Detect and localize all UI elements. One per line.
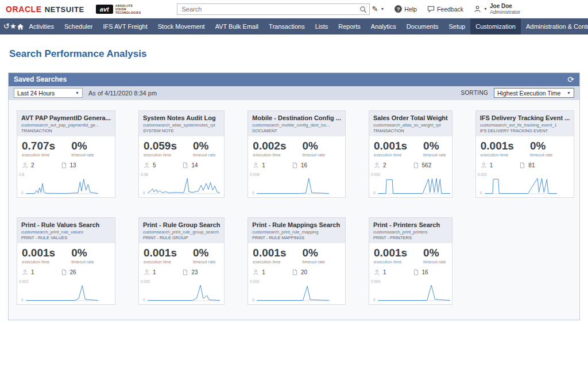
document-icon [61, 269, 67, 275]
nav-item[interactable]: IFS AVT Freight [98, 18, 153, 34]
users-stat: 1 [144, 269, 156, 275]
chevron-down-icon: ▼ [380, 7, 384, 11]
timeout-rate-value: 0% [423, 247, 446, 259]
user-role: Administrator [490, 9, 520, 15]
oracle-netsuite-logo: ORACLE NETSUITE [6, 5, 84, 14]
saved-search-card[interactable]: AVT PAP PaymentID Genera... customsearch… [17, 110, 115, 198]
feedback-button[interactable]: Feedback [427, 5, 463, 13]
help-button[interactable]: ? Help [394, 5, 417, 13]
saved-search-card[interactable]: Print - Printers Search customsearch_pri… [369, 217, 452, 305]
execution-time-metric: 0.001s execution time [253, 247, 286, 264]
sparkline: 0.8 0 [17, 170, 115, 197]
saved-search-card[interactable]: Sales Order Total Weight customsearch_at… [369, 110, 452, 198]
home-icon[interactable] [17, 18, 24, 34]
execution-time-label: execution time [374, 152, 407, 158]
search-input[interactable] [177, 3, 370, 15]
search-script-id: customsearch_print_printers [373, 229, 448, 235]
y-axis-min-label: 0 [252, 191, 254, 195]
record-type: PRINT - RULE GROUP [143, 235, 220, 240]
users-stat: 2 [22, 162, 34, 168]
saved-search-card[interactable]: System Notes Audit Log customsearch_atla… [138, 110, 225, 198]
record-type: DOCUMENT [252, 128, 341, 133]
nav-item[interactable]: Transactions [264, 18, 310, 34]
users-count: 1 [262, 162, 265, 168]
record-type: PRINT - RULE MAPPINGS [252, 235, 341, 240]
timeout-rate-label: timeout rate [71, 152, 94, 158]
person-icon [481, 162, 487, 168]
panel-title: Saved Searches [14, 75, 67, 83]
saved-search-card[interactable]: Mobile - Destination Config ... customse… [247, 110, 346, 198]
feedback-label: Feedback [437, 6, 463, 13]
execution-time-label: execution time [481, 152, 514, 158]
record-type: TRANSACTION [21, 128, 111, 133]
stats-row: 2 13 [17, 159, 115, 170]
nav-item[interactable]: Setup [443, 18, 470, 34]
nav-item[interactable]: Stock Movement [153, 18, 210, 34]
timeout-rate-metric: 0% timeout rate [193, 140, 216, 158]
execution-time-value: 0.001s [144, 247, 177, 259]
top-actions: ✎ ▼ ? Help Feedback ▼ Joe Doe Administra… [372, 3, 520, 15]
usage-count: 26 [70, 269, 76, 275]
nav-item[interactable]: Administration & Controls [521, 18, 588, 34]
stats-row: 1 16 [369, 266, 452, 277]
usage-count: 16 [422, 269, 428, 275]
global-search [177, 3, 370, 15]
sparkline: 0.004 0 [369, 277, 452, 304]
sparkline-chart [26, 282, 98, 301]
person-icon [374, 162, 380, 168]
nav-item[interactable]: Lists [310, 18, 334, 34]
shortcuts-star-icon[interactable]: ★ [10, 18, 17, 34]
saved-search-card[interactable]: Print - Rule Values Search customsearch_… [17, 217, 115, 305]
person-icon [374, 269, 380, 275]
nav-item[interactable]: Reports [333, 18, 366, 34]
stats-row: 5 14 [139, 159, 224, 170]
users-stat: 2 [374, 162, 386, 168]
usage-stat: 13 [61, 162, 76, 168]
sorting-select[interactable]: Highest Execution Time ▼ [494, 88, 574, 98]
search-icon[interactable] [359, 5, 367, 16]
y-axis-min-label: 0 [373, 191, 376, 195]
execution-time-value: 0.001s [374, 247, 407, 259]
execution-time-metric: 0.001s execution time [144, 247, 177, 264]
users-stat: 1 [481, 162, 493, 168]
person-icon [253, 162, 259, 168]
users-stat: 1 [253, 162, 265, 168]
sparkline-chart [378, 175, 450, 194]
saved-search-card[interactable]: Print - Rule Group Search customsearch_p… [138, 217, 225, 305]
timeout-rate-metric: 0% timeout rate [530, 140, 553, 158]
recent-records-icon[interactable]: ↺ [3, 18, 10, 34]
person-icon [22, 269, 28, 275]
card-header: System Notes Audit Log customsearch_atla… [139, 111, 224, 136]
main-navigation: ↺ ★ Activities Scheduler IFS AVT Freight… [0, 18, 588, 34]
nav-item[interactable]: Documents [401, 18, 444, 34]
timeout-rate-value: 0% [423, 140, 446, 152]
card-header: Print - Printers Search customsearch_pri… [369, 218, 452, 243]
saved-search-card[interactable]: Print - Rule Mappings Search customsearc… [247, 217, 346, 305]
nav-item[interactable]: Analytics [366, 18, 401, 34]
saved-search-card[interactable]: IFS Delivery Tracking Event ... customse… [475, 110, 575, 198]
timeout-rate-label: timeout rate [193, 152, 216, 158]
execution-time-label: execution time [144, 259, 177, 264]
execution-time-metric: 0.001s execution time [374, 247, 407, 264]
nav-item[interactable]: Scheduler [59, 18, 98, 34]
nav-item[interactable]: AVT Bulk Email [210, 18, 264, 34]
search-script-id: customsearch_print_rule_group_search [143, 229, 220, 235]
nav-item[interactable]: Customization [470, 18, 521, 34]
users-stat: 1 [253, 269, 265, 275]
user-menu[interactable]: ▼ Joe Doe Administrator [474, 3, 520, 15]
timeout-rate-label: timeout rate [530, 152, 553, 158]
search-script-id: customsearch_atlas_so_weight_rpt [373, 122, 448, 128]
search-title: Print - Rule Values Search [21, 221, 111, 228]
filter-bar: Last 24 Hours ▼ As of 4/11/2020 8:34 pm … [9, 86, 579, 100]
timeout-rate-label: timeout rate [423, 259, 446, 264]
search-title: AVT PAP PaymentID Genera... [21, 114, 111, 121]
date-range-select[interactable]: Last 24 Hours ▼ [14, 88, 83, 98]
quick-create-button[interactable]: ✎ ▼ [372, 5, 384, 13]
search-title: IFS Delivery Tracking Event ... [480, 114, 570, 121]
document-icon [292, 269, 298, 275]
nav-item[interactable]: Activities [24, 18, 59, 34]
pencil-icon: ✎ [372, 5, 378, 13]
refresh-icon[interactable]: ⟳ [567, 75, 574, 84]
usage-stat: 16 [413, 269, 428, 275]
person-icon [253, 269, 259, 275]
